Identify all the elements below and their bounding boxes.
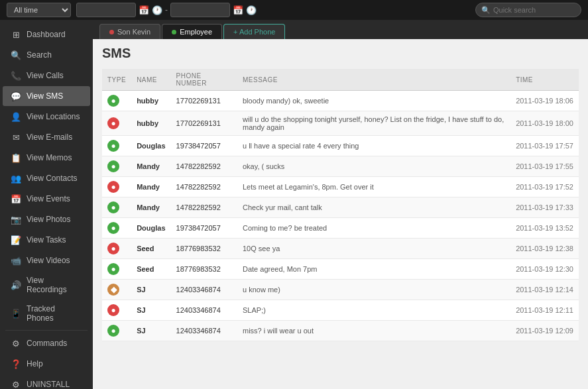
search-box[interactable]: 🔍 <box>475 3 581 17</box>
clock-to-icon[interactable]: 🕐 <box>246 5 257 15</box>
sidebar-item-view-events[interactable]: 📅 View Events <box>3 189 90 209</box>
sidebar-item-commands[interactable]: ⚙ Commands <box>3 333 90 353</box>
commands-icon: ⚙ <box>11 338 21 349</box>
cell-name: Mandy <box>131 177 170 197</box>
table-row[interactable]: ● Mandy 14782282592 Lets meet at Legamin… <box>102 177 579 197</box>
sidebar-item-view-locations[interactable]: 👤 View Locations <box>3 107 90 127</box>
sms-name: Mandy <box>137 203 160 211</box>
type-icon: ◆ <box>107 284 119 296</box>
sms-time: 2011-03-19 12:11 <box>516 306 573 314</box>
tab-add-phone[interactable]: + Add Phone <box>223 24 285 39</box>
table-row[interactable]: ● Mandy 14782282592 okay, ( sucks 2011-0… <box>102 156 579 177</box>
sms-time: 2011-03-19 12:09 <box>516 327 573 335</box>
sms-name: hubby <box>137 97 158 105</box>
cell-phone: 12403346874 <box>171 300 237 321</box>
sms-name: SJ <box>137 286 145 294</box>
type-icon: ● <box>107 117 119 129</box>
type-icon: ● <box>107 140 119 152</box>
sidebar-item-search[interactable]: 🔍 Search <box>3 45 90 65</box>
search-input[interactable] <box>493 6 573 14</box>
sidebar-item-view-contacts[interactable]: 👥 View Contacts <box>3 168 90 188</box>
sms-name: Douglas <box>137 224 165 232</box>
sidebar-item-help[interactable]: ❓ Help <box>3 354 90 374</box>
type-icon: ● <box>107 201 119 213</box>
cell-time: 2011-03-19 17:52 <box>510 177 579 197</box>
clock-from-icon[interactable]: 🕐 <box>152 5 162 15</box>
events-icon: 📅 <box>11 194 21 204</box>
help-icon: ❓ <box>11 359 21 369</box>
content-area: Son Kevin Employee + Add Phone SMS TYPE … <box>93 20 588 389</box>
sms-phone: 12403346874 <box>176 306 221 314</box>
sms-time: 2011-03-19 12:30 <box>516 265 573 273</box>
date-from-input[interactable] <box>76 3 136 17</box>
sms-message: u ll have a special rate 4 every thing <box>243 142 359 150</box>
sms-phone: 18776983532 <box>176 245 221 252</box>
cell-phone: 14782282592 <box>171 156 237 177</box>
calendar-from-icon[interactable]: 📅 <box>139 5 149 15</box>
sidebar: ⊞ Dashboard 🔍 Search 📞 View Calls 💬 View… <box>0 20 93 389</box>
sidebar-item-view-recordings[interactable]: 🔊 View Recordings <box>3 271 90 299</box>
table-row[interactable]: ◆ SJ 12403346874 u know me) 2011-03-19 1… <box>102 280 579 300</box>
sidebar-label-calls: View Calls <box>27 71 64 80</box>
table-row[interactable]: ● Seed 18776983532 Date agreed, Mon 7pm … <box>102 259 579 280</box>
sms-name: Mandy <box>137 183 160 191</box>
sms-phone: 14782282592 <box>176 162 221 170</box>
sidebar-label-sms: View SMS <box>27 91 63 101</box>
sidebar-item-view-emails[interactable]: ✉ View E-mails <box>3 127 90 147</box>
sidebar-item-uninstall[interactable]: ⚙ UNINSTALL <box>3 374 90 389</box>
cell-phone: 12403346874 <box>171 280 237 300</box>
table-row[interactable]: ● Douglas 19738472057 Coming to me? be t… <box>102 218 579 239</box>
sidebar-item-tracked-phones[interactable]: 📱 Tracked Phones <box>3 300 90 327</box>
sms-phone: 19738472057 <box>176 142 221 150</box>
cell-message: 10Q see ya <box>237 239 510 259</box>
locations-icon: 👤 <box>11 111 21 122</box>
sidebar-item-view-tasks[interactable]: 📝 View Tasks <box>3 230 90 250</box>
table-row[interactable]: ● hubby 17702269131 bloody mandy) ok, sw… <box>102 91 579 111</box>
sms-phone: 14782282592 <box>176 203 221 211</box>
sms-message: Date agreed, Mon 7pm <box>243 265 318 273</box>
cell-type: ● <box>102 197 131 218</box>
sms-name: Douglas <box>137 142 165 150</box>
cell-message: miss? i will wear u out <box>237 321 510 341</box>
sidebar-item-view-calls[interactable]: 📞 View Calls <box>3 66 90 85</box>
sidebar-label-recordings: View Recordings <box>27 276 82 294</box>
cell-phone: 18776983532 <box>171 239 237 259</box>
table-row[interactable]: ● Mandy 14782282592 Check yur mail, cant… <box>102 197 579 218</box>
calendar-to-icon[interactable]: 📅 <box>233 5 243 15</box>
sidebar-item-dashboard[interactable]: ⊞ Dashboard <box>3 25 90 44</box>
table-row[interactable]: ● Douglas 19738472057 u ll have a specia… <box>102 136 579 156</box>
type-icon: ● <box>107 160 119 172</box>
sms-time: 2011-03-19 17:52 <box>516 183 573 191</box>
tab-label-son-kevin: Son Kevin <box>117 28 150 36</box>
sidebar-item-view-sms[interactable]: 💬 View SMS <box>3 86 90 106</box>
sidebar-label-dashboard: Dashboard <box>27 30 66 39</box>
date-to-input[interactable] <box>170 3 230 17</box>
tab-son-kevin[interactable]: Son Kevin <box>99 24 160 39</box>
sidebar-label-memos: View Memos <box>27 153 72 162</box>
sms-time: 2011-03-19 12:38 <box>516 245 573 252</box>
tab-employee[interactable]: Employee <box>162 24 222 39</box>
sidebar-label-contacts: View Contacts <box>27 174 77 183</box>
cell-name: hubby <box>131 91 170 111</box>
type-icon: ● <box>107 222 119 234</box>
sms-icon: 💬 <box>11 91 21 101</box>
sms-name: Seed <box>137 245 154 252</box>
table-row[interactable]: ● SJ 12403346874 miss? i will wear u out… <box>102 321 579 341</box>
sidebar-label-events: View Events <box>27 194 70 203</box>
sms-name: SJ <box>137 306 145 314</box>
cell-message: bloody mandy) ok, sweetie <box>237 91 510 111</box>
cell-phone: 18776983532 <box>171 259 237 280</box>
sms-time: 2011-03-19 13:52 <box>516 224 573 232</box>
cell-type: ● <box>102 218 131 239</box>
table-row[interactable]: ● Seed 18776983532 10Q see ya 2011-03-19… <box>102 239 579 259</box>
table-row[interactable]: ● SJ 12403346874 SLAP;) 2011-03-19 12:11 <box>102 300 579 321</box>
time-range-select[interactable]: All time Today Last 7 days Last 30 days <box>7 3 71 17</box>
sidebar-item-view-photos[interactable]: 📷 View Photos <box>3 209 90 229</box>
sidebar-label-tasks: View Tasks <box>27 235 66 245</box>
sms-message: SLAP;) <box>243 306 266 314</box>
sidebar-item-view-memos[interactable]: 📋 View Memos <box>3 148 90 168</box>
search-icon: 🔍 <box>481 6 491 15</box>
sidebar-item-view-videos[interactable]: 📹 View Videos <box>3 250 90 270</box>
cell-type: ● <box>102 111 131 136</box>
table-row[interactable]: ● hubby 17702269131 will u do the shoppi… <box>102 111 579 136</box>
